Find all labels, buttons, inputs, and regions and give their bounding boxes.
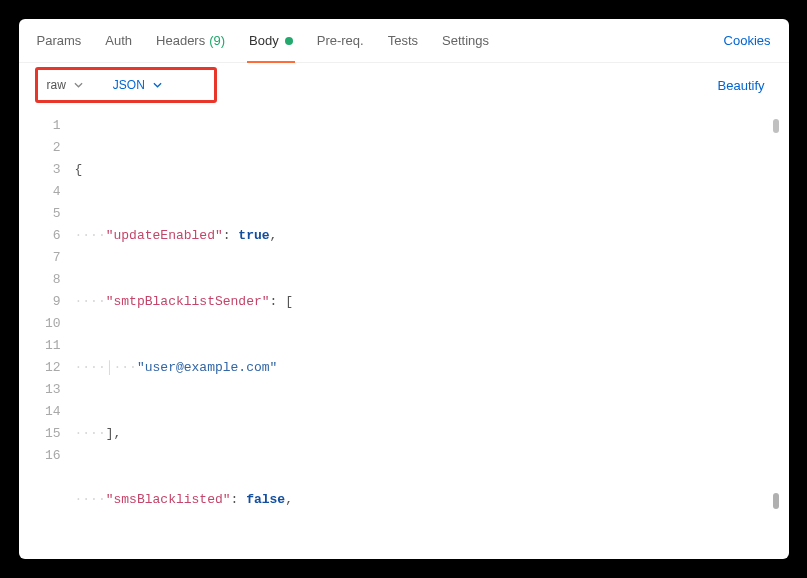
code-editor[interactable]: 1 2 3 4 5 6 7 8 9 10 11 12 13 14 15 16 {… (19, 107, 789, 559)
body-subrow: raw JSON Beautify (19, 63, 789, 107)
tab-settings[interactable]: Settings (430, 19, 501, 62)
tab-body[interactable]: Body (237, 19, 305, 62)
headers-count: (9) (209, 33, 225, 48)
beautify-link[interactable]: Beautify (700, 78, 783, 93)
tab-auth[interactable]: Auth (93, 19, 144, 62)
body-lang-dropdown[interactable]: JSON (99, 70, 172, 100)
body-mode-dropdown[interactable]: raw (33, 70, 93, 100)
code-content[interactable]: { ····"updateEnabled": true, ····"smtpBl… (75, 115, 789, 559)
tab-headers[interactable]: Headers(9) (144, 19, 237, 62)
request-tabs: Params Auth Headers(9) Body Pre-req. Tes… (19, 19, 789, 63)
tab-prereq[interactable]: Pre-req. (305, 19, 376, 62)
chevron-down-icon (74, 82, 83, 88)
tab-tests[interactable]: Tests (376, 19, 430, 62)
unsaved-dot-icon (285, 37, 293, 45)
tab-params[interactable]: Params (25, 19, 94, 62)
scrollbar-thumb[interactable] (773, 493, 779, 509)
scrollbar-thumb[interactable] (773, 119, 779, 133)
app-frame: Params Auth Headers(9) Body Pre-req. Tes… (19, 19, 789, 559)
line-gutter: 1 2 3 4 5 6 7 8 9 10 11 12 13 14 15 16 (19, 115, 75, 559)
chevron-down-icon (153, 82, 162, 88)
cookies-link[interactable]: Cookies (712, 33, 783, 48)
